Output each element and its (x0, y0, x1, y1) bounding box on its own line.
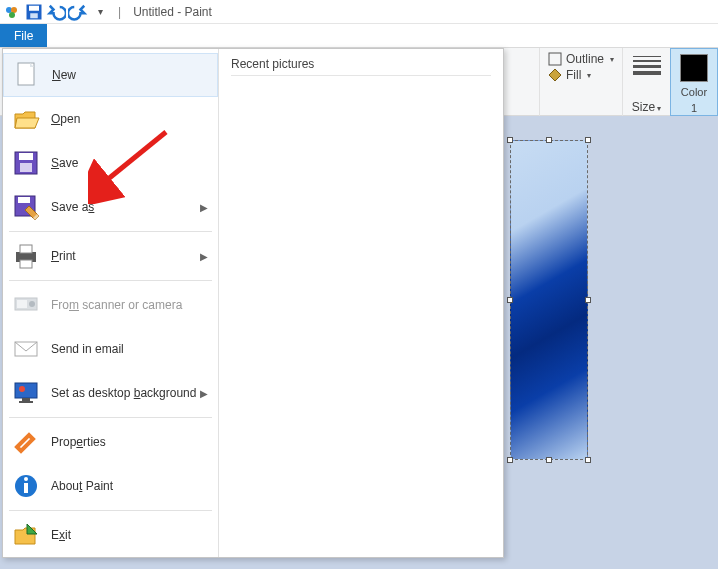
menu-save-label: Save (51, 156, 78, 170)
svg-point-26 (24, 477, 28, 481)
new-icon (12, 60, 42, 90)
resize-handle[interactable] (546, 457, 552, 463)
properties-icon (11, 427, 41, 457)
resize-handle[interactable] (546, 137, 552, 143)
fill-label: Fill (566, 68, 581, 82)
app-icon (4, 4, 20, 20)
recent-pictures-panel: Recent pictures (219, 49, 503, 557)
svg-rect-9 (19, 153, 33, 160)
separator (9, 510, 212, 511)
color1-label-b: 1 (691, 102, 697, 114)
svg-rect-22 (22, 398, 30, 401)
svg-rect-12 (18, 197, 30, 203)
submenu-arrow-icon: ▶ (200, 388, 208, 399)
menu-save-as[interactable]: Save as ▶ (3, 185, 218, 229)
menu-new-label: New (52, 68, 76, 82)
email-icon (11, 334, 41, 364)
save-icon[interactable] (24, 2, 44, 22)
svg-rect-17 (17, 300, 27, 308)
menu-exit[interactable]: Exit (3, 513, 218, 557)
menu-properties-label: Properties (51, 435, 106, 449)
outline-dropdown[interactable]: Outline▾ (548, 52, 614, 66)
svg-rect-10 (20, 163, 32, 172)
title-bar: ▾ | Untitled - Paint (0, 0, 718, 24)
size-group[interactable]: Size▾ (622, 48, 670, 116)
submenu-arrow-icon: ▶ (200, 202, 208, 213)
menu-set-background-label: Set as desktop background (51, 386, 196, 400)
menu-send-email-label: Send in email (51, 342, 124, 356)
resize-handle[interactable] (585, 297, 591, 303)
size-icon (633, 52, 661, 75)
tab-file[interactable]: File (0, 24, 47, 47)
file-menu-items: New Open Save Save as ▶ Print ▶ From sca… (3, 49, 219, 557)
qat-customize-icon[interactable]: ▾ (90, 2, 110, 22)
selected-image[interactable] (510, 140, 588, 460)
svg-rect-15 (20, 260, 32, 268)
recent-pictures-title: Recent pictures (231, 57, 491, 76)
svg-rect-4 (29, 5, 39, 10)
submenu-arrow-icon: ▶ (200, 251, 208, 262)
menu-from-scanner: From scanner or camera (3, 283, 218, 327)
menu-print[interactable]: Print ▶ (3, 234, 218, 278)
svg-rect-14 (20, 245, 32, 253)
svg-rect-5 (30, 13, 38, 18)
menu-open[interactable]: Open (3, 97, 218, 141)
menu-properties[interactable]: Properties (3, 420, 218, 464)
menu-send-email[interactable]: Send in email (3, 327, 218, 371)
exit-icon (11, 520, 41, 550)
fill-dropdown[interactable]: Fill▾ (548, 68, 591, 82)
menu-save-as-label: Save as (51, 200, 94, 214)
resize-handle[interactable] (585, 137, 591, 143)
svg-rect-25 (24, 483, 28, 493)
resize-handle[interactable] (507, 137, 513, 143)
save-as-icon (11, 192, 41, 222)
print-icon (11, 241, 41, 271)
quick-access-toolbar: ▾ (24, 2, 110, 22)
menu-open-label: Open (51, 112, 80, 126)
menu-from-scanner-label: From scanner or camera (51, 298, 182, 312)
desktop-bg-icon (11, 378, 41, 408)
separator (9, 280, 212, 281)
resize-handle[interactable] (507, 297, 513, 303)
menu-new[interactable]: New (3, 53, 218, 97)
redo-icon[interactable] (68, 2, 88, 22)
outline-label: Outline (566, 52, 604, 66)
menu-set-background[interactable]: Set as desktop background ▶ (3, 371, 218, 415)
open-icon (11, 104, 41, 134)
separator (9, 417, 212, 418)
shape-options-group: Outline▾ Fill▾ (539, 48, 622, 116)
color1-swatch (680, 54, 708, 82)
undo-icon[interactable] (46, 2, 66, 22)
svg-rect-6 (549, 53, 561, 65)
menu-about-label: About Paint (51, 479, 113, 493)
window-title: Untitled - Paint (129, 5, 212, 19)
svg-point-21 (19, 386, 25, 392)
separator: | (114, 5, 125, 19)
resize-handle[interactable] (585, 457, 591, 463)
separator (9, 231, 212, 232)
svg-rect-20 (15, 383, 37, 398)
menu-print-label: Print (51, 249, 76, 263)
save-icon (11, 148, 41, 178)
menu-exit-label: Exit (51, 528, 71, 542)
menu-about[interactable]: About Paint (3, 464, 218, 508)
svg-rect-23 (19, 401, 33, 403)
scanner-icon (11, 290, 41, 320)
ribbon-tabs: File (0, 24, 718, 48)
svg-point-2 (9, 12, 15, 18)
file-menu: New Open Save Save as ▶ Print ▶ From sca… (2, 48, 504, 558)
svg-point-18 (29, 301, 35, 307)
color1-button[interactable]: Color 1 (670, 48, 718, 116)
color1-label-a: Color (681, 86, 707, 98)
resize-handle[interactable] (507, 457, 513, 463)
menu-save[interactable]: Save (3, 141, 218, 185)
info-icon (11, 471, 41, 501)
size-label: Size (632, 100, 655, 114)
